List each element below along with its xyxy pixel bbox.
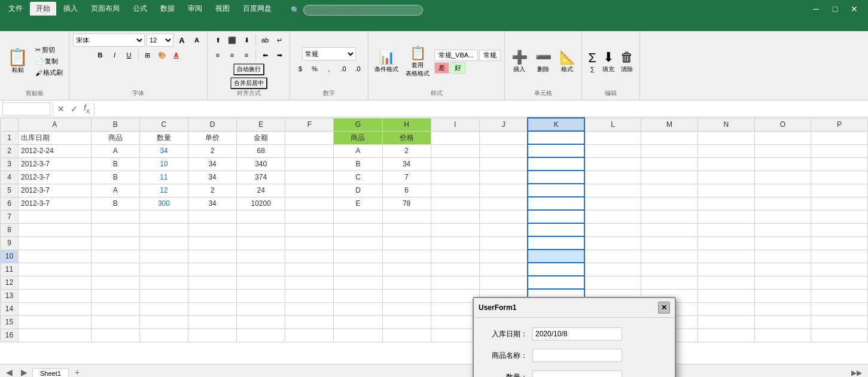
cell-2-8[interactable] xyxy=(431,144,479,157)
style-good-cell[interactable]: 好 xyxy=(450,62,465,74)
cell-2-2[interactable]: 34 xyxy=(139,144,188,157)
cell-16-13[interactable] xyxy=(698,329,754,342)
cell-14-3[interactable] xyxy=(188,302,236,315)
cell-5-11[interactable] xyxy=(584,184,641,197)
cell-8-8[interactable] xyxy=(431,223,479,236)
col-B[interactable]: B xyxy=(91,118,139,131)
cell-2-15[interactable] xyxy=(811,144,868,157)
comma-button[interactable]: , xyxy=(322,62,336,75)
cell-5-4[interactable]: 24 xyxy=(237,184,285,197)
col-P[interactable]: P xyxy=(811,118,868,131)
italic-button[interactable]: I xyxy=(108,48,121,62)
cell-3-0[interactable]: 2012-3-7 xyxy=(19,157,92,171)
col-F[interactable]: F xyxy=(285,118,334,131)
cell-4-7[interactable]: 7 xyxy=(382,171,431,184)
font-color-button[interactable]: A xyxy=(170,48,183,62)
cell-8-7[interactable] xyxy=(382,223,431,236)
cell-9-6[interactable] xyxy=(334,236,382,250)
cell-8-12[interactable] xyxy=(641,223,698,236)
cell-16-0[interactable] xyxy=(19,329,92,342)
font-name-select[interactable]: 宋体 xyxy=(73,34,145,47)
insert-function-icon[interactable]: fx xyxy=(82,103,92,114)
middle-align-button[interactable]: ⬛ xyxy=(226,34,239,47)
cell-1-7[interactable]: 价格 xyxy=(382,131,431,144)
row-header-5[interactable]: 5 xyxy=(1,184,19,197)
format-painter-button[interactable]: 🖌 格式刷 xyxy=(33,68,65,78)
cell-12-1[interactable] xyxy=(91,276,139,289)
cell-12-11[interactable] xyxy=(584,276,641,289)
row-header-15[interactable]: 15 xyxy=(1,315,19,329)
cell-16-5[interactable] xyxy=(285,329,334,342)
menu-item-review[interactable]: 审阅 xyxy=(182,2,208,16)
form-input-1[interactable] xyxy=(532,349,622,362)
style-normal2-cell[interactable]: 常规 xyxy=(479,50,501,61)
conditional-format-button[interactable]: 📊 条件格式 xyxy=(372,48,401,75)
cell-4-13[interactable] xyxy=(698,171,754,184)
cell-14-1[interactable] xyxy=(91,302,139,315)
cell-3-1[interactable]: B xyxy=(91,157,139,171)
cell-10-1[interactable] xyxy=(91,250,139,263)
menu-item-formula[interactable]: 公式 xyxy=(127,2,153,16)
col-H[interactable]: H xyxy=(382,118,431,131)
sheet-tab-nav-right[interactable]: ▶ xyxy=(17,366,31,377)
cell-5-8[interactable] xyxy=(431,184,479,197)
cell-6-9[interactable] xyxy=(479,197,528,210)
cell-8-15[interactable] xyxy=(811,223,868,236)
merge-center-button[interactable]: 合并后居中 xyxy=(230,77,267,89)
cell-7-10[interactable] xyxy=(528,210,584,223)
cell-10-6[interactable] xyxy=(334,250,382,263)
font-increase-button[interactable]: A xyxy=(175,34,188,47)
row-header-9[interactable]: 9 xyxy=(1,236,19,250)
cell-14-0[interactable] xyxy=(19,302,92,315)
percent-button[interactable]: % xyxy=(308,62,321,75)
cell-13-6[interactable] xyxy=(334,289,382,302)
cell-12-14[interactable] xyxy=(754,276,811,289)
cell-12-6[interactable] xyxy=(334,276,382,289)
cell-15-4[interactable] xyxy=(237,315,285,329)
cell-12-5[interactable] xyxy=(285,276,334,289)
maximize-button[interactable]: □ xyxy=(826,2,844,16)
cell-12-9[interactable] xyxy=(479,276,528,289)
cell-12-3[interactable] xyxy=(188,276,236,289)
cell-4-5[interactable] xyxy=(285,171,334,184)
style-normal-cell[interactable]: 常规_VBA... xyxy=(434,50,478,61)
cell-3-13[interactable] xyxy=(698,157,754,171)
cell-1-3[interactable]: 单价 xyxy=(188,131,236,144)
cell-6-0[interactable]: 2012-3-7 xyxy=(19,197,92,210)
style-bad-cell[interactable]: 差 xyxy=(434,62,449,74)
cell-16-7[interactable] xyxy=(382,329,431,342)
row-header-2[interactable]: 2 xyxy=(1,144,19,157)
cell-7-4[interactable] xyxy=(237,210,285,223)
cell-6-12[interactable] xyxy=(641,197,698,210)
cell-5-9[interactable] xyxy=(479,184,528,197)
cell-16-1[interactable] xyxy=(91,329,139,342)
cell-12-8[interactable] xyxy=(431,276,479,289)
cell-1-1[interactable]: 商品 xyxy=(91,131,139,144)
cell-4-4[interactable]: 374 xyxy=(237,171,285,184)
cell-1-11[interactable] xyxy=(584,131,641,144)
cell-12-13[interactable] xyxy=(698,276,754,289)
row-header-11[interactable]: 11 xyxy=(1,263,19,276)
cell-6-3[interactable]: 34 xyxy=(188,197,236,210)
cell-16-2[interactable] xyxy=(139,329,188,342)
cell-4-8[interactable] xyxy=(431,171,479,184)
formula-input[interactable] xyxy=(97,102,866,115)
cell-7-9[interactable] xyxy=(479,210,528,223)
cell-11-13[interactable] xyxy=(698,263,754,276)
cell-1-8[interactable] xyxy=(431,131,479,144)
cell-10-7[interactable] xyxy=(382,250,431,263)
cell-6-1[interactable]: B xyxy=(91,197,139,210)
cell-12-15[interactable] xyxy=(811,276,868,289)
cell-7-3[interactable] xyxy=(188,210,236,223)
cell-10-10[interactable] xyxy=(528,250,584,263)
cell-9-0[interactable] xyxy=(19,236,92,250)
cell-4-14[interactable] xyxy=(754,171,811,184)
cell-13-14[interactable] xyxy=(754,289,811,302)
cell-6-10[interactable] xyxy=(528,197,584,210)
cell-8-10[interactable] xyxy=(528,223,584,236)
fill-color-button[interactable]: 🎨 xyxy=(156,48,169,62)
cell-11-8[interactable] xyxy=(431,263,479,276)
cell-15-5[interactable] xyxy=(285,315,334,329)
cell-2-4[interactable]: 68 xyxy=(237,144,285,157)
cell-16-6[interactable] xyxy=(334,329,382,342)
